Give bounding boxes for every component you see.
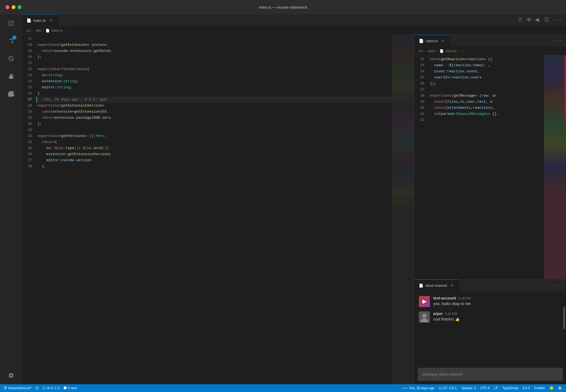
breadcrumb-utils[interactable]: utils [35,29,41,33]
tab-index-ts[interactable]: 📄 index.ts ✕ [22,14,58,26]
code-line: } [36,91,392,97]
code-line-r34: count: reaction.count, [429,68,544,75]
code-line-r35: userIds: reaction.users [429,75,544,81]
status-errors[interactable]: ⊗ 0 ⚠ 0 [43,386,60,390]
status-language[interactable]: TypeScript [502,386,518,390]
breadcrumb-client-ts[interactable]: client.ts [445,49,457,53]
message-1: ▶ test-account 5:18 PM yea, looks okay t… [419,296,562,307]
minimap-right [544,55,566,279]
more-actions-right-icon[interactable]: ··· [552,37,563,45]
breadcrumb-left: src › utils › 📄 index.ts › … [22,27,566,35]
slack-tab-bar: 📄 #test-channel ✕ ··· [414,279,566,292]
breadcrumb-index-ts[interactable]: index.ts [51,29,63,33]
status-cursor[interactable]: Ln 27, Col 1 [439,386,457,390]
avatar-arjun [419,311,430,322]
branch-icon [4,386,7,390]
code-line: return { [36,139,392,145]
status-version[interactable]: 3.0.3 [523,386,530,390]
breadcrumb-ellipsis[interactable]: … [67,29,71,33]
message-text-1: yea, looks okay to me [433,301,562,306]
status-encoding[interactable]: UTF-8 [480,386,490,390]
code-line-r39: const { files, ts, user, text, e… [429,99,544,105]
author-icon [399,387,402,390]
tab-test-channel[interactable]: 📄 #test-channel ✕ [414,279,459,291]
status-sync[interactable] [35,386,39,390]
code-line: os: `${os.type()} ${os.arch()}` [36,145,392,151]
more-actions-icon[interactable]: ··· [552,17,563,24]
status-git-author[interactable]: ⟵ You, 28 days ago [399,386,434,390]
split-editor-icon[interactable] [517,16,523,24]
slack-more-icon[interactable]: ··· [554,283,563,288]
message-author-1: test-account [433,296,456,300]
code-line: editor: vscode.version [36,157,392,163]
formatter-label: Prettier [534,386,545,390]
status-bell[interactable]: 🔔 [558,386,562,390]
code-line-r38: export const getMessage = (raw: ar… [429,93,544,99]
left-code-lines: export const getExtension = (extens… ret… [36,35,392,384]
code-line-r40: const { attachments, reactions,… [429,105,544,111]
minimize-button[interactable] [12,5,15,9]
language-label: TypeScript [502,386,518,390]
status-emoji[interactable]: 🙂 [549,386,554,390]
status-bar: feature/discord* ⊗ 0 ⚠ 0 2 new ⟵ You, 28… [0,384,566,392]
source-control-icon[interactable] [535,16,541,24]
comment-icon [64,386,67,390]
tab-label-right: client.ts [426,39,438,43]
status-new-comments[interactable]: 2 new [64,386,77,390]
status-line-ending[interactable]: LF [494,386,498,390]
message-2: arjun 5:19 PM cool thanks! 👍 [419,311,562,322]
code-line: export interface Versions { [36,66,392,72]
sidebar-item-disabled[interactable] [5,52,17,65]
new-comments-label: 2 new [68,386,77,390]
svg-point-3 [422,314,427,318]
sidebar-item-settings[interactable] [5,369,17,382]
git-blame-tooltip: You, 28 days ago · 0.5.6: upd… [44,97,108,103]
code-line: export const getExtension = (extens… [36,42,392,48]
line-ending-label: LF [494,386,498,390]
right-editor: 📄 client.ts ✕ ··· src › slack › [414,35,566,279]
tab-close-button-right[interactable]: ✕ [440,38,446,44]
close-button[interactable] [6,5,9,9]
sidebar-item-source-control[interactable]: 1 [5,35,17,47]
code-line [36,60,392,66]
breadcrumb-src[interactable]: src [27,29,31,33]
code-line: export const getExtensionVersion = [36,103,392,109]
message-author-2: arjun [433,311,443,316]
avatar-test-account: ▶ [419,296,430,307]
sidebar-item-explorer[interactable] [5,17,17,29]
tab-close-button[interactable]: ✕ [48,18,54,23]
slack-message-input[interactable]: Message #test-channel [418,368,563,381]
tab-client-ts[interactable]: 📄 client.ts ✕ [414,35,450,47]
split-right-icon[interactable] [543,16,550,24]
code-line: }; [36,121,392,127]
code-line-r37 [429,87,544,93]
right-panel: 📄 client.ts ✕ ··· src › slack › [414,35,566,384]
status-formatter[interactable]: Prettier [534,386,545,390]
maximize-button[interactable] [18,5,22,9]
preview-icon[interactable] [526,16,532,24]
status-right: ⟵ You, 28 days ago Ln 27, Col 1 Spaces: … [399,386,562,390]
window-title: index.ts — vscode-rubberduck [259,5,307,9]
code-line [36,36,392,42]
code-line: extension: getExtensionVersion(… [36,151,392,157]
breadcrumb-src-right[interactable]: src [419,49,423,53]
slack-tab-close[interactable]: ✕ [449,283,455,288]
message-content-2: arjun 5:19 PM cool thanks! 👍 [433,311,562,322]
right-code-lines: const getReaction = reaction ⇒ ({ name: … [429,55,544,279]
right-code-area[interactable]: 32 33 34 35 36 37 38 39 40 41 42 [414,55,566,279]
tab-actions-left: ··· [517,14,566,26]
version-label: 3.0.3 [523,386,530,390]
sidebar-item-puzzle[interactable] [5,88,17,100]
left-editor-pane: 17 18 19 20 21 22 23 24 25 26 27 28 29 3… [22,35,414,384]
titlebar: index.ts — vscode-rubberduck [0,0,566,14]
breadcrumb-slack[interactable]: slack [428,49,435,53]
code-line-r33: name: `:${reaction.name}:`, [429,62,544,68]
status-branch[interactable]: feature/discord* [4,386,31,390]
sidebar-item-extensions[interactable] [5,70,17,82]
git-author-value: You, 28 days ago [409,386,434,390]
left-code-area[interactable]: 17 18 19 20 21 22 23 24 25 26 27 28 29 3… [22,35,414,384]
status-spaces[interactable]: Spaces: 2 [461,386,476,390]
slack-messages: ▶ test-account 5:18 PM yea, looks okay t… [414,292,566,368]
code-line-r42 [429,117,544,123]
breadcrumb-ellipsis-right[interactable]: … [461,49,464,53]
